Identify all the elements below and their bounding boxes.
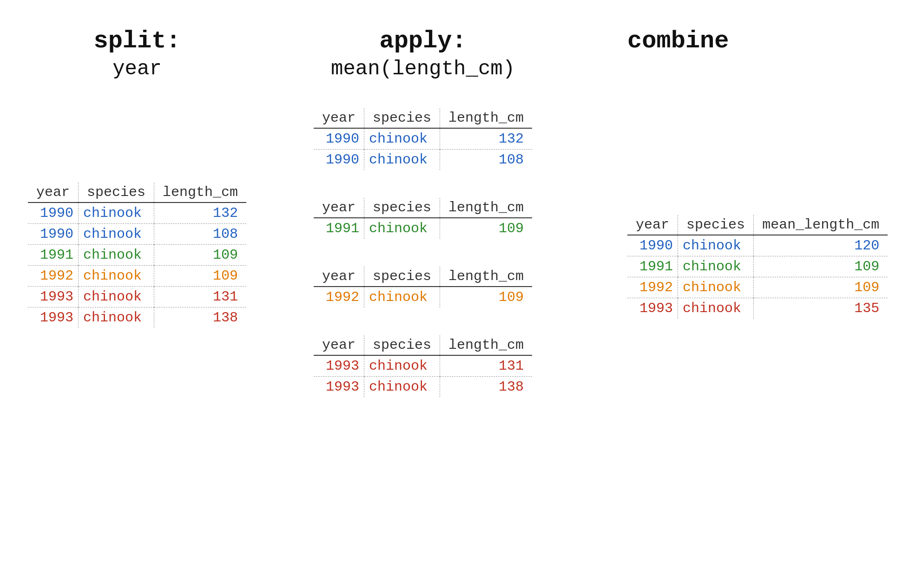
cell-year: 1990: [627, 235, 678, 256]
apply-subtitle: mean(length_cm): [331, 57, 515, 80]
table-row: 1992chinook109: [28, 266, 246, 287]
cell-species: chinook: [364, 287, 440, 307]
table-row: 1991chinook109: [28, 245, 246, 266]
apply-1992-col-length: length_cm: [440, 267, 533, 287]
apply-1991-col-year: year: [314, 198, 364, 218]
apply-table-1992: year species length_cm 1992chinook109: [314, 267, 532, 307]
page-layout: split: year year species length_cm 1990c…: [0, 0, 922, 588]
split-title: split:: [93, 28, 180, 54]
apply-1993-col-year: year: [314, 335, 364, 355]
split-column: split: year year species length_cm 1990c…: [28, 19, 246, 569]
apply-1991-col-species: species: [364, 198, 440, 218]
cell-length: 132: [154, 203, 247, 224]
cell-year: 1990: [28, 224, 79, 245]
apply-table-1991: year species length_cm 1991chinook109: [314, 198, 532, 239]
cell-length: 109: [154, 245, 247, 266]
cell-species: chinook: [364, 150, 440, 170]
combine-table-wrapper: year species mean_length_cm 1990chinook1…: [627, 215, 888, 319]
cell-year: 1991: [314, 218, 364, 239]
combine-col-species: species: [678, 215, 754, 235]
combine-col-mean: mean_length_cm: [754, 215, 888, 235]
table-row: 1993chinook131: [28, 287, 246, 307]
cell-species: chinook: [79, 287, 154, 307]
cell-species: chinook: [364, 128, 440, 150]
apply-table-1993: year species length_cm 1993chinook131199…: [314, 335, 532, 397]
apply-1991-col-length: length_cm: [440, 198, 533, 218]
table-row: 1993chinook135: [627, 298, 888, 319]
cell-year: 1990: [28, 203, 79, 224]
cell-species: chinook: [364, 218, 440, 239]
apply-1993-col-length: length_cm: [440, 335, 533, 355]
table-row: 1992chinook109: [314, 287, 532, 307]
cell-year: 1993: [627, 298, 678, 319]
table-row: 1993chinook131: [314, 355, 532, 377]
cell-length: 108: [154, 224, 247, 245]
cell-year: 1993: [28, 307, 79, 328]
table-row: 1992chinook109: [627, 277, 888, 298]
apply-1990-col-length: length_cm: [440, 108, 533, 128]
cell-length: 109: [440, 218, 533, 239]
apply-1990-col-species: species: [364, 108, 440, 128]
combine-col-year: year: [627, 215, 678, 235]
cell-species: chinook: [79, 307, 154, 328]
table-row: 1993chinook138: [314, 377, 532, 398]
cell-species: chinook: [678, 277, 754, 298]
apply-column: apply: mean(length_cm) year species leng…: [246, 19, 599, 569]
cell-length: 131: [440, 355, 533, 377]
table-row: 1990chinook132: [314, 128, 532, 150]
cell-species: chinook: [364, 355, 440, 377]
split-col-length: length_cm: [154, 183, 247, 203]
combine-table: year species mean_length_cm 1990chinook1…: [627, 215, 888, 319]
cell-species: chinook: [79, 266, 154, 287]
cell-year: 1991: [627, 256, 678, 277]
apply-1990-col-year: year: [314, 108, 364, 128]
apply-1993-col-species: species: [364, 335, 440, 355]
split-subtitle: year: [112, 57, 162, 80]
cell-year: 1993: [314, 355, 364, 377]
split-col-year: year: [28, 183, 79, 203]
cell-year: 1992: [627, 277, 678, 298]
cell-species: chinook: [79, 203, 154, 224]
cell-length: 138: [440, 377, 533, 398]
cell-species: chinook: [678, 298, 754, 319]
cell-species: chinook: [678, 235, 754, 256]
cell-year: 1993: [28, 287, 79, 307]
apply-title: apply:: [379, 28, 466, 54]
cell-mean-length: 135: [754, 298, 888, 319]
cell-length: 108: [440, 150, 533, 170]
cell-species: chinook: [79, 224, 154, 245]
table-row: 1990chinook108: [314, 150, 532, 170]
apply-tables-wrapper: year species length_cm 1990chinook132199…: [246, 108, 599, 397]
cell-year: 1992: [28, 266, 79, 287]
cell-year: 1993: [314, 377, 364, 398]
table-row: 1991chinook109: [627, 256, 888, 277]
cell-length: 138: [154, 307, 247, 328]
apply-table-1990: year species length_cm 1990chinook132199…: [314, 108, 532, 170]
cell-year: 1992: [314, 287, 364, 307]
table-row: 1991chinook109: [314, 218, 532, 239]
table-row: 1990chinook120: [627, 235, 888, 256]
cell-species: chinook: [79, 245, 154, 266]
split-table-wrapper: year species length_cm 1990chinook132199…: [28, 183, 246, 328]
table-row: 1990chinook108: [28, 224, 246, 245]
cell-length: 132: [440, 128, 533, 150]
cell-mean-length: 109: [754, 277, 888, 298]
cell-year: 1991: [28, 245, 79, 266]
cell-mean-length: 109: [754, 256, 888, 277]
cell-mean-length: 120: [754, 235, 888, 256]
cell-length: 109: [440, 287, 533, 307]
table-row: 1993chinook138: [28, 307, 246, 328]
apply-1992-col-year: year: [314, 267, 364, 287]
table-row: 1990chinook132: [28, 203, 246, 224]
apply-1992-col-species: species: [364, 267, 440, 287]
cell-year: 1990: [314, 150, 364, 170]
cell-length: 109: [154, 266, 247, 287]
cell-species: chinook: [678, 256, 754, 277]
combine-title: combine: [627, 28, 729, 54]
split-table: year species length_cm 1990chinook132199…: [28, 183, 246, 328]
cell-species: chinook: [364, 377, 440, 398]
cell-year: 1990: [314, 128, 364, 150]
split-col-species: species: [79, 183, 154, 203]
combine-column: combine year species mean_length_cm 1990…: [599, 19, 894, 569]
cell-length: 131: [154, 287, 247, 307]
